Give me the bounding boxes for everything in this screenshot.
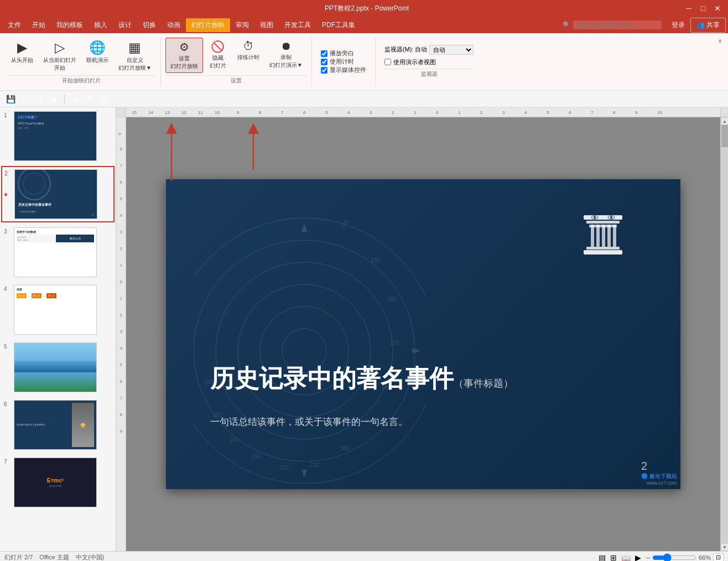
menu-review[interactable]: 审阅 bbox=[230, 18, 254, 32]
custom-slideshow-button[interactable]: ▦ 自定义幻灯片放映▼ bbox=[114, 38, 156, 74]
svg-text:1: 1 bbox=[414, 110, 417, 115]
menu-slideshow[interactable]: 幻灯片放映 bbox=[186, 18, 230, 32]
rehearse-button[interactable]: ⏱ 排练计时 bbox=[233, 38, 264, 64]
menu-developer[interactable]: 开发工具 bbox=[279, 18, 316, 32]
maximize-button[interactable]: □ bbox=[698, 3, 708, 13]
hide-slide-button[interactable]: 🚫 隐藏幻灯片 bbox=[204, 38, 232, 72]
slide-sorter-button[interactable]: ⊞ bbox=[610, 553, 617, 562]
start-group-label: 开始放映幻灯片 bbox=[7, 75, 156, 86]
main-slide[interactable]: 140 150 160 170 180 190 200 210 220 230 … bbox=[166, 179, 680, 489]
svg-text:2: 2 bbox=[120, 247, 122, 251]
scroll-track[interactable] bbox=[721, 125, 728, 543]
slide-subtitle: 一句话总结该事件，或关于该事件的一句名言。 bbox=[210, 415, 653, 428]
timing-checkbox[interactable] bbox=[321, 59, 327, 65]
svg-text:220: 220 bbox=[279, 465, 289, 471]
slide-num-2: 2 bbox=[4, 169, 11, 176]
svg-text:150: 150 bbox=[371, 257, 380, 263]
slide-thumb-3[interactable]: 3 深度学习的数据 y = ax+b f(x) = sin x 数学公式 bbox=[1, 225, 115, 280]
menu-view[interactable]: 视图 bbox=[254, 18, 279, 32]
svg-text:5: 5 bbox=[120, 363, 122, 367]
scroll-down-button[interactable]: ▼ bbox=[721, 543, 728, 551]
slide-panel[interactable]: 1 幻灯片标题？ WPS PowerPoint教程 作者：XXX 2 ★ 历史记 bbox=[0, 107, 116, 551]
presenter-view-checkbox[interactable] bbox=[384, 59, 391, 65]
column-icon bbox=[581, 212, 625, 269]
from-current-button[interactable]: ▷ 从当前幻灯片开始 bbox=[39, 38, 81, 74]
svg-text:8: 8 bbox=[613, 110, 616, 115]
monitor-select[interactable]: 自动 bbox=[429, 45, 474, 55]
slide-thumb-1[interactable]: 1 幻灯片标题？ WPS PowerPoint教程 作者：XXX bbox=[1, 108, 115, 164]
zoom-slider[interactable] bbox=[652, 553, 696, 562]
slide-thumb-2[interactable]: 2 ★ 历史记录中的著名事件 一句话总结该事件... 2 bbox=[1, 166, 115, 222]
svg-text:5: 5 bbox=[120, 197, 122, 201]
fit-slide-button[interactable]: ⊡ bbox=[713, 553, 724, 561]
menu-insert[interactable]: 插入 bbox=[89, 18, 113, 32]
share-button[interactable]: 👥共享 bbox=[690, 18, 726, 33]
search-input[interactable] bbox=[573, 20, 662, 29]
close-button[interactable]: ✕ bbox=[713, 3, 722, 13]
signin-button[interactable]: 登录 bbox=[666, 18, 690, 32]
quick-access-bar: 💾 ↩ ↺ 🖥 ⊕ ✎ ⊞ bbox=[0, 91, 728, 107]
svg-text:5: 5 bbox=[547, 110, 549, 115]
svg-text:13: 13 bbox=[165, 110, 170, 115]
cursor-button[interactable]: ⊕ bbox=[69, 93, 81, 105]
vertical-scrollbar[interactable]: ▲ ▼ bbox=[720, 117, 728, 551]
svg-text:4: 4 bbox=[347, 110, 350, 115]
from-start-label: 从头开始 bbox=[11, 56, 33, 64]
svg-text:9: 9 bbox=[237, 110, 240, 115]
zoom-percent: 66% bbox=[699, 554, 711, 561]
from-current-label: 从当前幻灯片开始 bbox=[43, 56, 76, 72]
setup-group-label: 设置 bbox=[165, 75, 307, 86]
menu-template[interactable]: 我的模板 bbox=[51, 18, 89, 32]
hide-slide-icon: 🚫 bbox=[211, 40, 225, 53]
slide-thumb-7[interactable]: 7 E=mc² 光的粒子特性 bbox=[1, 455, 115, 510]
slide-canvas[interactable]: 140 150 160 170 180 190 200 210 220 230 … bbox=[126, 117, 720, 551]
theme-name: Office 主题 bbox=[39, 553, 69, 561]
media-checkbox[interactable] bbox=[321, 67, 327, 74]
svg-rect-76 bbox=[613, 225, 616, 247]
menu-animations[interactable]: 动画 bbox=[162, 18, 186, 32]
setup-slideshow-button[interactable]: ⚙ 设置幻灯片放映 bbox=[165, 38, 203, 73]
svg-point-48 bbox=[194, 240, 415, 461]
record-button[interactable]: ⏺ 录制幻灯片演示▼ bbox=[265, 38, 307, 71]
svg-text:6: 6 bbox=[120, 380, 122, 383]
normal-view-button[interactable]: ▤ bbox=[599, 553, 606, 562]
undo-button[interactable]: ↩ bbox=[19, 93, 31, 105]
svg-text:170: 170 bbox=[390, 340, 399, 346]
zoom-button[interactable]: ⊞ bbox=[98, 93, 110, 105]
title-bar: PPT教程2.pptx - PowerPoint ─ □ ✕ bbox=[0, 0, 728, 17]
menu-home[interactable]: 开始 bbox=[27, 18, 51, 32]
svg-text:1: 1 bbox=[120, 297, 122, 300]
scroll-up-button[interactable]: ▲ bbox=[721, 117, 728, 125]
monitor-button[interactable]: 🖥 bbox=[48, 93, 60, 105]
scroll-thumb[interactable] bbox=[721, 125, 728, 147]
slideshow-view-button[interactable]: ▶ bbox=[635, 553, 641, 562]
menu-design[interactable]: 设计 bbox=[113, 18, 137, 32]
svg-rect-69 bbox=[584, 215, 622, 220]
from-start-button[interactable]: ▶ 从头开始 bbox=[7, 38, 38, 66]
svg-text:140: 140 bbox=[339, 219, 350, 230]
menu-file[interactable]: 文件 bbox=[2, 18, 27, 32]
svg-text:9: 9 bbox=[118, 133, 122, 135]
slide-thumb-5[interactable]: 5 bbox=[1, 340, 115, 395]
narration-checkbox[interactable] bbox=[321, 50, 327, 57]
svg-text:3: 3 bbox=[120, 330, 122, 334]
minimize-button[interactable]: ─ bbox=[684, 3, 694, 13]
save-button[interactable]: 💾 bbox=[4, 93, 17, 105]
svg-text:3: 3 bbox=[370, 110, 372, 115]
redo-button[interactable]: ↺ bbox=[33, 93, 45, 105]
slide-thumb-4[interactable]: 4 流程 第一步 → 第二步 → 第三步 bbox=[1, 282, 115, 337]
pencil-button[interactable]: ✎ bbox=[84, 93, 96, 105]
slide-preview-5 bbox=[14, 342, 97, 392]
online-present-label: 联机演示 bbox=[86, 56, 108, 64]
slide-num-6: 6 bbox=[4, 400, 11, 407]
slide-thumb-6[interactable]: 6 历史事件相关名人及其独特点 👴 bbox=[1, 397, 115, 453]
menu-pdf[interactable]: PDF工具集 bbox=[316, 18, 361, 32]
ribbon-collapse-button[interactable]: ∧ bbox=[716, 35, 724, 88]
svg-text:9: 9 bbox=[120, 429, 122, 433]
menu-transitions[interactable]: 切换 bbox=[137, 18, 162, 32]
reading-view-button[interactable]: 📖 bbox=[621, 553, 631, 562]
online-present-button[interactable]: 🌐 联机演示 bbox=[82, 38, 113, 66]
svg-text:2: 2 bbox=[480, 110, 483, 115]
from-start-icon: ▶ bbox=[17, 40, 27, 55]
svg-text:4: 4 bbox=[120, 214, 122, 217]
